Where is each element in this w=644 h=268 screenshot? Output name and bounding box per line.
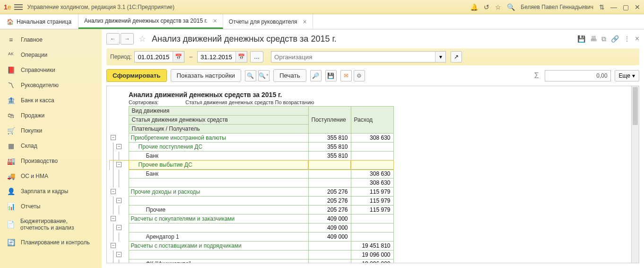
table-row[interactable]: 308 630 <box>110 179 393 188</box>
settings-button[interactable]: Показать настройки <box>171 69 241 82</box>
collapse-icon[interactable]: − <box>111 243 116 248</box>
generate-button[interactable]: Сформировать <box>106 69 167 82</box>
calendar-icon[interactable]: 📅 <box>235 52 247 62</box>
history-icon[interactable]: ↺ <box>484 3 489 11</box>
truck-icon: 🚚 <box>7 172 15 180</box>
table-row-selected[interactable]: −Прочее выбытие ДС <box>110 161 393 170</box>
save-icon[interactable]: 💾 <box>577 35 585 43</box>
table-row[interactable]: −Расчеты с поставщиками и подрядчиками19… <box>110 241 393 250</box>
mail-icon[interactable]: ✉ <box>340 70 352 81</box>
collapse-icon[interactable]: − <box>116 198 122 203</box>
org-select[interactable]: ▾ <box>271 51 446 63</box>
nav-manager[interactable]: 〽Руководителю <box>0 78 102 93</box>
kebab-icon[interactable]: ⋮ <box>624 35 630 43</box>
table-row[interactable]: Арендатор 1409 000 <box>110 232 393 241</box>
cell-name: Расчеты с поставщиками и подрядчиками <box>129 241 308 250</box>
table-row[interactable]: ФК "Инициатива"19 096 000 <box>110 259 393 264</box>
org-input[interactable] <box>271 52 435 62</box>
table-row[interactable]: Банк308 630 <box>110 170 393 179</box>
collapse-icon[interactable]: − <box>116 252 122 257</box>
toolbar: Сформировать Показать настройки 🔍 🔍⁺ Печ… <box>102 65 644 86</box>
table-row[interactable]: −Приобретение иностранной валюты355 8103… <box>110 134 393 143</box>
loop-icon: 🔄 <box>7 239 15 246</box>
zoom-in-icon[interactable]: 🔍 <box>245 70 256 81</box>
favorite-icon[interactable]: ☆ <box>139 34 146 44</box>
tab-analysis[interactable]: Анализ движений денежных средств за 2015… <box>78 14 223 29</box>
collapse-icon[interactable]: − <box>116 144 122 149</box>
cell-in <box>308 170 351 179</box>
bell-icon[interactable]: 🔔 <box>470 3 478 11</box>
collapse-icon[interactable]: − <box>116 225 122 230</box>
table-row[interactable]: Прочие205 276115 979 <box>110 205 393 214</box>
table-row[interactable]: −205 276115 979 <box>110 197 393 205</box>
print-icon[interactable]: 🖶 <box>590 35 597 43</box>
table-row[interactable]: −19 096 000 <box>110 250 393 259</box>
copy-icon[interactable]: ⧉ <box>601 35 606 43</box>
save-icon[interactable]: 💾 <box>325 70 337 81</box>
nav-warehouse[interactable]: ▦Склад <box>0 138 102 153</box>
nav-bank[interactable]: 🏦Банк и касса <box>0 93 102 108</box>
menu-icon[interactable] <box>14 4 23 10</box>
page-title: Анализ движений денежных средств за 2015… <box>152 34 337 44</box>
period-picker-button[interactable]: … <box>250 51 263 63</box>
more-button[interactable]: Еще▾ <box>615 70 639 81</box>
collapse-icon[interactable]: − <box>111 216 116 221</box>
nav-reports[interactable]: 📊Отчеты <box>0 199 102 214</box>
filter-icon[interactable]: ⇅ <box>599 3 605 11</box>
nav-purchases[interactable]: 🛒Покупки <box>0 123 102 138</box>
table-row[interactable]: −Расчеты с покупателями и заказчиками409… <box>110 214 393 223</box>
print-button[interactable]: Печать <box>273 69 306 82</box>
col-party: Плательщик / Получатель <box>129 125 308 134</box>
nav-main[interactable]: ≡Главное <box>0 32 102 47</box>
table-row[interactable]: Банк355 810 <box>110 152 393 161</box>
date-from[interactable]: 📅 <box>134 51 184 63</box>
minimize-icon[interactable]: — <box>610 3 617 11</box>
star-icon[interactable]: ☆ <box>495 3 501 11</box>
nav-production[interactable]: 🏭Производство <box>0 153 102 169</box>
nav-assets[interactable]: 🚚ОС и НМА <box>0 169 102 184</box>
date-to[interactable]: 📅 <box>197 51 247 63</box>
nav-salary[interactable]: 👤Зарплата и кадры <box>0 184 102 199</box>
page-close-icon[interactable]: × <box>635 35 639 43</box>
calendar-icon[interactable]: 📅 <box>173 52 184 62</box>
cell-out: 19 096 000 <box>351 250 393 259</box>
nav-sales[interactable]: 🛍Продажи <box>0 108 102 123</box>
cell-out: 308 630 <box>351 170 393 179</box>
nav-directories[interactable]: 📕Справочники <box>0 63 102 78</box>
gear-icon[interactable]: ⚙ <box>354 70 365 81</box>
cell-in: 355 810 <box>308 143 351 152</box>
tab-reports[interactable]: Отчеты для руководителя × <box>223 14 313 29</box>
collapse-icon[interactable]: − <box>111 189 116 194</box>
forward-button[interactable]: → <box>121 33 134 45</box>
scrollbar[interactable] <box>631 86 639 263</box>
table-row[interactable]: −Прочие доходы и расходы205 276115 979 <box>110 188 393 197</box>
date-to-input[interactable] <box>198 52 235 62</box>
report-area[interactable]: Анализ движений денежных средств за 2015… <box>106 86 639 263</box>
dash: – <box>187 54 194 60</box>
close-icon[interactable]: ✕ <box>635 3 640 11</box>
collapse-icon[interactable]: − <box>116 162 122 167</box>
maximize-icon[interactable]: ▢ <box>623 3 629 11</box>
cell-in <box>308 179 351 188</box>
zoom-reset-icon[interactable]: 🔍⁺ <box>258 70 270 81</box>
nav-budget[interactable]: 📄Бюджетирование, отчетность и анализ <box>0 214 102 235</box>
nav-label: Продажи <box>21 112 44 119</box>
home-tab[interactable]: 🏠 Начальная страница <box>0 14 78 29</box>
tab-close-icon[interactable]: × <box>303 18 307 26</box>
date-from-input[interactable] <box>135 52 173 62</box>
nav-planning[interactable]: 🔄Планирование и контроль <box>0 235 102 250</box>
table-row[interactable]: −Прочие поступления ДС355 810 <box>110 143 393 152</box>
titlebar: 1e Управление холдингом, редакция 3.1 (1… <box>0 0 644 14</box>
nav-operations[interactable]: ᴬᴷОперации <box>0 47 102 63</box>
back-button[interactable]: ← <box>106 33 120 45</box>
link-icon[interactable]: 🔗 <box>611 35 619 43</box>
chevron-down-icon[interactable]: ▾ <box>435 52 445 62</box>
org-open-button[interactable]: ↗ <box>451 51 462 63</box>
scroll-thumb[interactable] <box>633 87 638 125</box>
preview-icon[interactable]: 🔎 <box>310 70 322 81</box>
tab-close-icon[interactable]: × <box>213 17 217 25</box>
search-icon[interactable]: 🔍 <box>507 3 515 11</box>
cell-in: 205 276 <box>308 205 351 214</box>
collapse-icon[interactable]: − <box>111 135 116 140</box>
table-row[interactable]: −409 000 <box>110 223 393 232</box>
